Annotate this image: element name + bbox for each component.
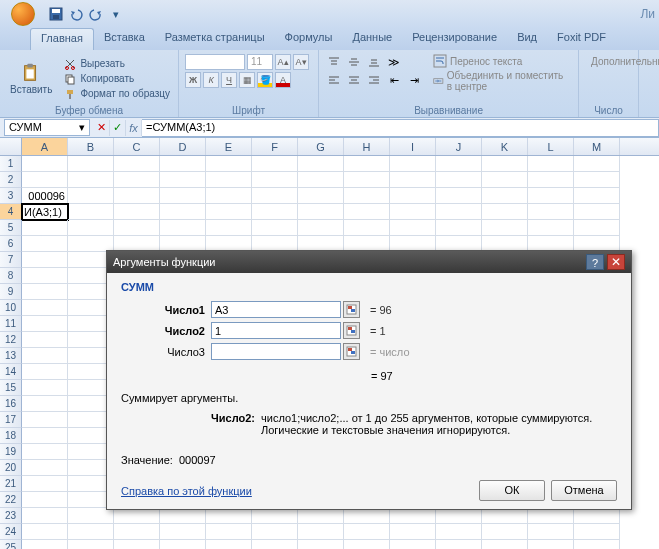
cell[interactable]: [528, 156, 574, 172]
cell[interactable]: [436, 220, 482, 236]
cell[interactable]: [482, 172, 528, 188]
cell[interactable]: [22, 252, 68, 268]
cell[interactable]: [22, 220, 68, 236]
align-center-icon[interactable]: [345, 72, 363, 88]
cell[interactable]: [22, 396, 68, 412]
row-header[interactable]: 16: [0, 396, 22, 412]
dialog-titlebar[interactable]: Аргументы функции ? ✕: [107, 251, 631, 273]
redo-icon[interactable]: [88, 6, 104, 22]
tab-data[interactable]: Данные: [342, 28, 402, 50]
col-header[interactable]: C: [114, 138, 160, 155]
cell[interactable]: [574, 220, 620, 236]
align-bottom-icon[interactable]: [365, 54, 383, 70]
row-header[interactable]: 17: [0, 412, 22, 428]
format-painter-button[interactable]: Формат по образцу: [62, 87, 172, 101]
qat-dropdown-icon[interactable]: ▾: [108, 6, 124, 22]
orientation-icon[interactable]: ≫: [385, 54, 403, 70]
cell[interactable]: [206, 156, 252, 172]
row-header[interactable]: 10: [0, 300, 22, 316]
cell[interactable]: [114, 188, 160, 204]
cell[interactable]: [390, 220, 436, 236]
cell[interactable]: [344, 204, 390, 220]
select-all-corner[interactable]: [0, 138, 22, 155]
cell[interactable]: [344, 172, 390, 188]
cell[interactable]: [68, 524, 114, 540]
collapse-icon[interactable]: [343, 301, 360, 318]
row-header[interactable]: 1: [0, 156, 22, 172]
cell[interactable]: [206, 508, 252, 524]
cell[interactable]: [344, 540, 390, 549]
row-header[interactable]: 9: [0, 284, 22, 300]
cell[interactable]: [22, 268, 68, 284]
row-header[interactable]: 19: [0, 444, 22, 460]
cell[interactable]: [482, 188, 528, 204]
col-header[interactable]: F: [252, 138, 298, 155]
cell[interactable]: [390, 172, 436, 188]
cell[interactable]: [68, 156, 114, 172]
cell[interactable]: [574, 540, 620, 549]
cell[interactable]: [22, 428, 68, 444]
cell[interactable]: [22, 332, 68, 348]
italic-icon[interactable]: К: [203, 72, 219, 88]
row-header[interactable]: 5: [0, 220, 22, 236]
row-header[interactable]: 3: [0, 188, 22, 204]
font-family-combo[interactable]: [185, 54, 245, 70]
cell[interactable]: [160, 204, 206, 220]
cell[interactable]: [114, 204, 160, 220]
col-header[interactable]: J: [436, 138, 482, 155]
cell[interactable]: [252, 540, 298, 549]
cell[interactable]: [114, 508, 160, 524]
cell[interactable]: [22, 380, 68, 396]
cell[interactable]: И(A3;1): [22, 204, 68, 220]
cell[interactable]: [68, 204, 114, 220]
cell[interactable]: [574, 508, 620, 524]
undo-icon[interactable]: [68, 6, 84, 22]
cell[interactable]: [298, 540, 344, 549]
tab-foxit[interactable]: Foxit PDF: [547, 28, 616, 50]
col-header[interactable]: G: [298, 138, 344, 155]
cell[interactable]: [298, 524, 344, 540]
tab-layout[interactable]: Разметка страницы: [155, 28, 275, 50]
row-header[interactable]: 18: [0, 428, 22, 444]
help-link[interactable]: Справка по этой функции: [121, 485, 252, 497]
cancel-formula-icon[interactable]: ✕: [94, 120, 110, 136]
row-header[interactable]: 2: [0, 172, 22, 188]
cell[interactable]: [482, 156, 528, 172]
cell[interactable]: [22, 316, 68, 332]
arg3-input[interactable]: [211, 343, 341, 360]
cell[interactable]: [160, 524, 206, 540]
cell[interactable]: [68, 508, 114, 524]
col-header[interactable]: I: [390, 138, 436, 155]
cell[interactable]: [436, 172, 482, 188]
cell[interactable]: [482, 220, 528, 236]
row-header[interactable]: 25: [0, 540, 22, 549]
cell[interactable]: [22, 524, 68, 540]
cell[interactable]: [22, 156, 68, 172]
align-middle-icon[interactable]: [345, 54, 363, 70]
shrink-font-icon[interactable]: A▾: [293, 54, 309, 70]
cell[interactable]: [528, 188, 574, 204]
cell[interactable]: [68, 172, 114, 188]
col-header[interactable]: K: [482, 138, 528, 155]
fill-color-icon[interactable]: 🪣: [257, 72, 273, 88]
cell[interactable]: [206, 540, 252, 549]
cell[interactable]: [68, 540, 114, 549]
cell[interactable]: [528, 220, 574, 236]
row-header[interactable]: 15: [0, 380, 22, 396]
cell[interactable]: [528, 508, 574, 524]
cell[interactable]: [114, 156, 160, 172]
dialog-help-icon[interactable]: ?: [586, 254, 604, 270]
cell[interactable]: [298, 508, 344, 524]
accept-formula-icon[interactable]: ✓: [110, 120, 126, 136]
col-header[interactable]: H: [344, 138, 390, 155]
cell[interactable]: [298, 204, 344, 220]
cell[interactable]: [574, 204, 620, 220]
cell[interactable]: [298, 156, 344, 172]
cell[interactable]: [344, 188, 390, 204]
copy-button[interactable]: Копировать: [62, 72, 172, 86]
align-top-icon[interactable]: [325, 54, 343, 70]
cell[interactable]: [68, 188, 114, 204]
cell[interactable]: [482, 524, 528, 540]
cell[interactable]: [206, 204, 252, 220]
save-icon[interactable]: [48, 6, 64, 22]
